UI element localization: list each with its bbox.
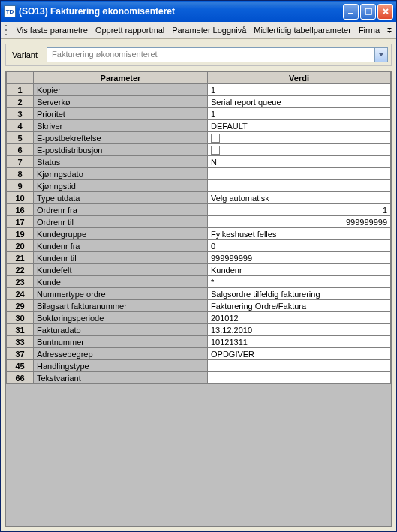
table-row: 29Bilagsart fakturanummerFakturering Ord… bbox=[7, 300, 391, 312]
value-cell[interactable]: DEFAULT bbox=[208, 120, 391, 132]
value-cell[interactable] bbox=[208, 360, 391, 372]
parameter-cell[interactable]: Kopier bbox=[34, 84, 208, 96]
parameter-cell[interactable]: Fakturadato bbox=[34, 324, 208, 336]
parameter-cell[interactable]: Nummertype ordre bbox=[34, 288, 208, 300]
parameter-cell[interactable]: Prioritet bbox=[34, 108, 208, 120]
value-cell[interactable]: N bbox=[208, 156, 391, 168]
checkbox-icon[interactable] bbox=[211, 134, 220, 143]
row-number-cell[interactable]: 17 bbox=[7, 216, 34, 228]
value-cell[interactable]: 999999999 bbox=[208, 216, 391, 228]
row-number-cell[interactable]: 31 bbox=[7, 324, 34, 336]
row-number-cell[interactable]: 22 bbox=[7, 264, 34, 276]
parameter-table: Parameter Verdi 1Kopier12ServerkøSerial … bbox=[6, 71, 391, 384]
toolbar-grip-icon bbox=[5, 25, 8, 35]
value-cell[interactable]: Salgsordre tilfeldig fakturering bbox=[208, 288, 391, 300]
row-number-cell[interactable]: 6 bbox=[7, 144, 34, 156]
value-cell[interactable]: 1 bbox=[208, 108, 391, 120]
value-cell[interactable]: 0 bbox=[208, 240, 391, 252]
parameter-cell[interactable]: Kundenr til bbox=[34, 252, 208, 264]
row-number-cell[interactable]: 20 bbox=[7, 240, 34, 252]
table-row: 6E-postdistribusjon bbox=[7, 144, 391, 156]
value-cell[interactable]: 1 bbox=[208, 84, 391, 96]
row-number-cell[interactable]: 23 bbox=[7, 276, 34, 288]
parameter-cell[interactable]: Kjøringstid bbox=[34, 180, 208, 192]
grid-scroll[interactable]: Parameter Verdi 1Kopier12ServerkøSerial … bbox=[6, 71, 391, 526]
parameter-cell[interactable]: Ordrenr til bbox=[34, 216, 208, 228]
value-cell[interactable] bbox=[208, 372, 391, 384]
row-number-cell[interactable]: 30 bbox=[7, 312, 34, 324]
value-cell[interactable]: Fylkeshuset felles bbox=[208, 228, 391, 240]
parameter-cell[interactable]: Skriver bbox=[34, 120, 208, 132]
col-header-value[interactable]: Verdi bbox=[208, 72, 391, 84]
row-number-cell[interactable]: 3 bbox=[7, 108, 34, 120]
row-number-cell[interactable]: 7 bbox=[7, 156, 34, 168]
menu-parameter-loggniva[interactable]: Parameter Loggnivå bbox=[172, 26, 246, 35]
parameter-cell[interactable]: Kundenr fra bbox=[34, 240, 208, 252]
row-number-cell[interactable]: 1 bbox=[7, 84, 34, 96]
menu-firma[interactable]: Firma bbox=[359, 26, 380, 35]
value-cell[interactable]: Fakturering Ordre/Faktura bbox=[208, 300, 391, 312]
value-cell[interactable]: OPDGIVER bbox=[208, 348, 391, 360]
row-number-cell[interactable]: 8 bbox=[7, 168, 34, 180]
value-cell[interactable]: Serial report queue bbox=[208, 96, 391, 108]
row-number-cell[interactable]: 10 bbox=[7, 192, 34, 204]
row-number-cell[interactable]: 21 bbox=[7, 252, 34, 264]
parameter-cell[interactable]: Ordrenr fra bbox=[34, 204, 208, 216]
row-number-cell[interactable]: 24 bbox=[7, 288, 34, 300]
parameter-cell[interactable]: Bilagsart fakturanummer bbox=[34, 300, 208, 312]
parameter-cell[interactable]: E-postbekreftelse bbox=[34, 132, 208, 144]
parameter-cell[interactable]: Bokføringsperiode bbox=[34, 312, 208, 324]
value-cell[interactable]: 1 bbox=[208, 204, 391, 216]
parameter-cell[interactable]: E-postdistribusjon bbox=[34, 144, 208, 156]
value-cell[interactable] bbox=[208, 132, 391, 144]
value-cell[interactable] bbox=[208, 168, 391, 180]
value-cell[interactable] bbox=[208, 180, 391, 192]
parameter-cell[interactable]: Type utdata bbox=[34, 192, 208, 204]
chevron-down-icon[interactable] bbox=[374, 48, 387, 62]
checkbox-icon[interactable] bbox=[211, 146, 220, 155]
parameter-cell[interactable]: Serverkø bbox=[34, 96, 208, 108]
value-cell[interactable]: Velg automatisk bbox=[208, 192, 391, 204]
value-cell[interactable]: 201012 bbox=[208, 312, 391, 324]
row-number-cell[interactable]: 5 bbox=[7, 132, 34, 144]
value-cell[interactable]: 13.12.2010 bbox=[208, 324, 391, 336]
parameter-cell[interactable]: Buntnummer bbox=[34, 336, 208, 348]
table-row: 5E-postbekreftelse bbox=[7, 132, 391, 144]
row-number-cell[interactable]: 16 bbox=[7, 204, 34, 216]
value-cell[interactable]: 10121311 bbox=[208, 336, 391, 348]
menu-opprett-rapportmal[interactable]: Opprett rapportmal bbox=[95, 26, 164, 35]
value-cell[interactable]: Kundenr bbox=[208, 264, 391, 276]
table-row: 37AdressebegrepOPDGIVER bbox=[7, 348, 391, 360]
menu-vis-faste-parametre[interactable]: Vis faste parametre bbox=[17, 26, 88, 35]
row-number-cell[interactable]: 29 bbox=[7, 300, 34, 312]
value-cell[interactable]: * bbox=[208, 276, 391, 288]
value-cell[interactable] bbox=[208, 144, 391, 156]
variant-combobox[interactable]: Fakturering økonomisenteret bbox=[47, 47, 388, 62]
parameter-cell[interactable]: Kundegruppe bbox=[34, 228, 208, 240]
row-number-cell[interactable]: 19 bbox=[7, 228, 34, 240]
parameter-cell[interactable]: Tekstvariant bbox=[34, 372, 208, 384]
row-number-cell[interactable]: 4 bbox=[7, 120, 34, 132]
row-number-cell[interactable]: 33 bbox=[7, 336, 34, 348]
row-number-cell[interactable]: 45 bbox=[7, 360, 34, 372]
value-cell[interactable]: 999999999 bbox=[208, 252, 391, 264]
parameter-cell[interactable]: Kjøringsdato bbox=[34, 168, 208, 180]
menu-midlertidig-tabellparameter[interactable]: Midlertidig tabellparameter bbox=[254, 26, 351, 35]
col-header-number[interactable] bbox=[7, 72, 34, 84]
parameter-cell[interactable]: Status bbox=[34, 156, 208, 168]
close-button[interactable] bbox=[377, 4, 393, 20]
row-number-cell[interactable]: 2 bbox=[7, 96, 34, 108]
minimize-button[interactable] bbox=[343, 4, 359, 20]
col-header-parameter[interactable]: Parameter bbox=[34, 72, 208, 84]
parameter-cell[interactable]: Handlingstype bbox=[34, 360, 208, 372]
content-area: Variant Fakturering økonomisenteret Para… bbox=[1, 39, 396, 531]
menu-overflow-icon[interactable] bbox=[387, 28, 392, 33]
maximize-button[interactable] bbox=[360, 4, 376, 20]
parameter-cell[interactable]: Adressebegrep bbox=[34, 348, 208, 360]
window-title: (SO13) Fakturering økonomisenteret bbox=[19, 6, 343, 17]
parameter-cell[interactable]: Kundefelt bbox=[34, 264, 208, 276]
row-number-cell[interactable]: 66 bbox=[7, 372, 34, 384]
parameter-cell[interactable]: Kunde bbox=[34, 276, 208, 288]
row-number-cell[interactable]: 37 bbox=[7, 348, 34, 360]
row-number-cell[interactable]: 9 bbox=[7, 180, 34, 192]
